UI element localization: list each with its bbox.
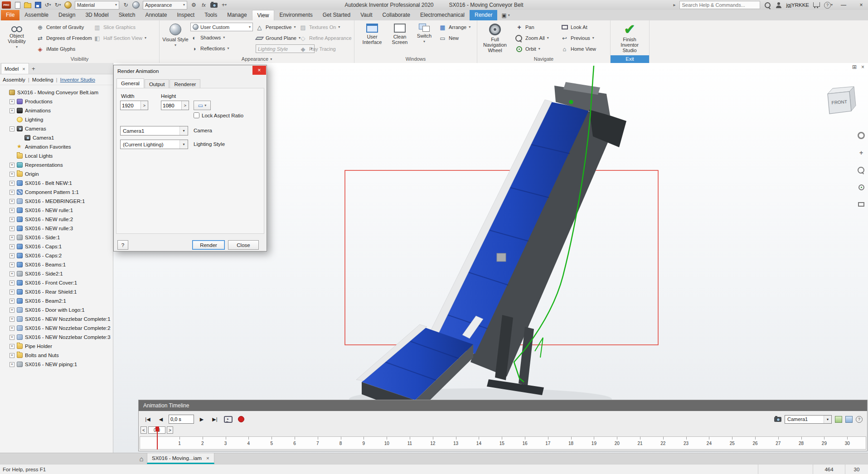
imate-glyphs-button[interactable]: ◈ iMate Glyphs: [36, 44, 92, 54]
tree-item[interactable]: +SX016 - NEW piping:1: [0, 360, 113, 369]
expand-icon[interactable]: +: [10, 353, 15, 358]
close-tab-icon[interactable]: ×: [206, 455, 209, 461]
visual-style-button[interactable]: Visual Style ▾: [161, 22, 189, 55]
look-at-icon[interactable]: [856, 200, 866, 209]
pan-button[interactable]: + Pan: [515, 22, 549, 33]
tile-document-icon[interactable]: ⊞: [852, 64, 857, 70]
dialog-tab-general[interactable]: General: [116, 78, 144, 89]
go-to-end-button[interactable]: ▶|: [209, 414, 220, 424]
browser-tab-inventor-studio[interactable]: Inventor Studio: [60, 77, 95, 82]
navigation-wheel-icon[interactable]: [856, 131, 866, 140]
ribbon-tab-get-started[interactable]: Get Started: [318, 10, 355, 20]
home-icon[interactable]: ⌂: [136, 455, 147, 463]
user-avatar-icon[interactable]: [775, 1, 782, 9]
visual-style-combo[interactable]: User Custom ▾: [190, 23, 253, 31]
tree-item[interactable]: Local Lights: [0, 151, 113, 160]
expand-icon[interactable]: +: [10, 108, 15, 113]
browser-tab-modeling[interactable]: Modeling: [32, 77, 53, 82]
dialog-help-button[interactable]: ?: [117, 240, 128, 250]
width-expression-arrow[interactable]: >: [141, 101, 148, 110]
ribbon-tab-render[interactable]: Render: [470, 10, 497, 20]
expand-icon[interactable]: +: [10, 217, 15, 222]
redo-icon[interactable]: ↻▾: [54, 1, 61, 9]
pan-icon[interactable]: +: [856, 148, 866, 157]
range-decrease-button[interactable]: <: [141, 426, 147, 434]
user-name[interactable]: jgjYRKKE: [786, 2, 809, 8]
document-tab[interactable]: SX016 - Moving...iam ×: [147, 453, 214, 464]
timeline-camera-combo[interactable]: Camera1 ▾: [785, 415, 832, 424]
shadows-button[interactable]: ◐ Shadows ▾: [190, 32, 253, 43]
tree-item[interactable]: −Cameras: [0, 124, 113, 133]
expand-icon[interactable]: +: [10, 199, 15, 204]
width-input[interactable]: [121, 101, 141, 110]
expand-icon[interactable]: +: [10, 253, 15, 258]
material-combo[interactable]: Material ▾: [75, 1, 119, 10]
slice-graphics-button[interactable]: ▥ Slice Graphics: [93, 22, 146, 33]
tree-item[interactable]: +SX016 - NEW Nozzlebar Complete:3: [0, 333, 113, 342]
app-logo-icon[interactable]: PRO: [2, 1, 11, 9]
expand-icon[interactable]: +: [10, 335, 15, 340]
undo-icon[interactable]: ↺▾: [44, 1, 51, 9]
current-time-input[interactable]: [169, 415, 194, 424]
customize-toolbar-icon[interactable]: +▾: [221, 1, 228, 9]
ribbon-tab-tools[interactable]: Tools: [199, 10, 222, 20]
camera-combo[interactable]: Camera1 ▾: [120, 126, 188, 135]
dialog-titlebar[interactable]: Render Animation: [114, 65, 267, 77]
tree-item[interactable]: Camera1: [0, 133, 113, 142]
expand-icon[interactable]: +: [10, 326, 15, 331]
degrees-of-freedom-button[interactable]: ⇄ Degrees of Freedom: [36, 33, 92, 44]
collapse-arrow-icon[interactable]: ▸: [673, 3, 675, 7]
zoom-icon[interactable]: [856, 165, 866, 174]
ribbon-tab-assemble[interactable]: Assemble: [19, 10, 53, 20]
dialog-tab-output[interactable]: Output: [145, 79, 170, 89]
add-panel-icon[interactable]: +: [29, 63, 38, 74]
new-file-icon[interactable]: [14, 1, 21, 9]
reflections-button[interactable]: ◑ Reflections ▾: [190, 43, 253, 54]
refresh-icon[interactable]: ↻: [122, 1, 129, 9]
ribbon-tab-environments[interactable]: Environments: [274, 10, 317, 20]
dialog-close-action-button[interactable]: Close: [228, 240, 259, 250]
tree-item[interactable]: +Bolts and Nuts: [0, 351, 113, 360]
tree-item[interactable]: +SX016 - Front Cover:1: [0, 278, 113, 287]
appearance-group-label[interactable]: Appearance▾: [160, 55, 354, 63]
save-icon[interactable]: [34, 1, 41, 9]
aspect-ratio-button[interactable]: ▭ ▾: [194, 101, 211, 110]
tree-item[interactable]: +SX016 - Caps:2: [0, 251, 113, 260]
expand-icon[interactable]: +: [10, 190, 15, 195]
timeline-ruler[interactable]: 1234567891011121314151617181920212223242…: [140, 436, 866, 450]
close-document-icon[interactable]: ×: [861, 64, 864, 70]
new-window-button[interactable]: ▭ New: [439, 33, 470, 44]
ribbon-tab-collaborate[interactable]: Collaborate: [378, 10, 415, 20]
height-input[interactable]: [161, 101, 181, 110]
browser-tab-model[interactable]: Model ×: [1, 63, 29, 74]
tree-item[interactable]: Lighting: [0, 115, 113, 124]
help-icon[interactable]: ?▾: [824, 1, 833, 9]
close-panel-icon[interactable]: ×: [22, 66, 25, 72]
ribbon-tab-3d-model[interactable]: 3D Model: [80, 10, 113, 20]
expand-icon[interactable]: +: [10, 262, 15, 267]
dialog-tab-renderer[interactable]: Renderer: [170, 79, 200, 89]
settings-gear-icon[interactable]: ⚙: [190, 1, 197, 9]
expand-icon[interactable]: +: [10, 362, 15, 367]
animate-bubble-icon[interactable]: [223, 414, 233, 424]
object-visibility-button[interactable]: Object Visibility ▾: [3, 22, 31, 55]
half-section-view-button[interactable]: ◧ Half Section View ▾: [93, 33, 146, 44]
expand-icon[interactable]: +: [10, 172, 15, 177]
tree-item[interactable]: +SX016 - MEDBRINGER:1: [0, 197, 113, 206]
expand-action-editor-icon[interactable]: [845, 416, 853, 423]
playhead-line[interactable]: [157, 426, 158, 450]
ribbon-tab-sketch[interactable]: Sketch: [114, 10, 141, 20]
expand-icon[interactable]: +: [10, 308, 15, 313]
expand-icon[interactable]: +: [10, 290, 15, 295]
tree-item[interactable]: +SX016 - Belt NEW:1: [0, 179, 113, 188]
height-expression-arrow[interactable]: >: [181, 101, 189, 110]
previous-view-button[interactable]: ↩ Previous ▾: [561, 33, 596, 44]
dialog-close-button[interactable]: ×: [252, 66, 266, 75]
tree-item[interactable]: Animation Favorites: [0, 142, 113, 151]
timeline-header[interactable]: Animation Timeline: [139, 400, 867, 411]
switch-windows-button[interactable]: Switch ▾: [413, 22, 435, 55]
render-button[interactable]: Render: [192, 240, 225, 250]
expand-icon[interactable]: +: [10, 299, 15, 304]
tree-item[interactable]: +SX016 - Side:1: [0, 233, 113, 242]
viewcube[interactable]: FRONT: [820, 82, 859, 121]
